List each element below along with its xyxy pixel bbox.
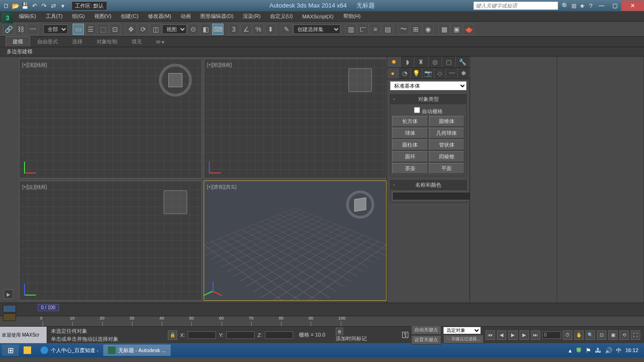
cone-button[interactable]: 圆锥体 [429, 116, 465, 127]
viewport-label[interactable]: [+][顶][线框] [22, 62, 47, 68]
box-button[interactable]: 长方体 [392, 116, 428, 127]
viewport-top[interactable]: [+][顶][线框] [19, 58, 202, 179]
pivot-icon[interactable]: ⊙ [188, 24, 199, 35]
snap-3d-icon[interactable]: 3 [228, 24, 239, 35]
move-tool-icon[interactable]: ✥ [125, 24, 137, 35]
menu-create[interactable]: 创建(C) [116, 11, 143, 21]
viewport-left[interactable]: [+][左][线框] [19, 181, 202, 301]
layers-icon[interactable]: ≡ [370, 24, 381, 35]
tray-clock[interactable]: 16:12 [625, 347, 638, 353]
systems-icon[interactable]: ✱ [458, 68, 470, 79]
maxscript-listener[interactable]: 欢迎使用 MAXScr [0, 327, 47, 343]
minimize-button[interactable]: — [595, 0, 608, 11]
help-search-input[interactable] [473, 1, 558, 10]
goto-start-icon[interactable]: ⏮ [486, 330, 495, 340]
tray-shield-icon[interactable]: ⛊ [576, 347, 582, 354]
menu-animation[interactable]: 动画 [176, 11, 196, 21]
pan-icon[interactable]: ✋ [574, 330, 584, 340]
menu-graph[interactable]: 图形编辑器(D) [196, 11, 238, 21]
manip-icon[interactable]: ◧ [200, 24, 211, 35]
ribbon-tab-populate[interactable]: 填充 [124, 36, 149, 47]
category-dropdown[interactable]: 标准基本体 [390, 81, 467, 90]
play-icon[interactable]: ▶ [508, 330, 518, 340]
next-frame-icon[interactable]: ▶ [520, 330, 529, 340]
angle-snap-icon[interactable]: ∠ [240, 24, 252, 35]
workspace-selector[interactable]: 工作区: 默认 [72, 1, 107, 10]
menu-views[interactable]: 视图(V) [90, 11, 116, 21]
key-lock-icon[interactable]: ⚿ [402, 331, 409, 339]
menu-group[interactable]: 组(G) [67, 11, 90, 21]
bind-tool-icon[interactable]: 〰 [27, 24, 39, 35]
object-name-input[interactable] [392, 192, 473, 200]
time-tag-icon[interactable]: ⊕ [336, 328, 343, 335]
spinner-snap-icon[interactable]: ⬍ [265, 24, 276, 35]
select-tool-icon[interactable]: ▭ [73, 24, 84, 35]
menu-modifiers[interactable]: 修改器(M) [143, 11, 176, 21]
spacewarps-icon[interactable]: 〰 [446, 68, 458, 79]
ribbon-tab-paint[interactable]: 对象绘制 [90, 36, 124, 47]
menu-edit[interactable]: 编辑(E) [14, 11, 41, 21]
time-config-icon[interactable]: ⏱ [563, 330, 572, 340]
tray-network-icon[interactable]: 🖧 [595, 347, 601, 354]
close-button[interactable]: ✕ [621, 0, 644, 11]
cameras-icon[interactable]: 📷 [422, 68, 434, 79]
view-cube-icon[interactable] [159, 64, 192, 97]
create-tab-icon[interactable]: ✹ [387, 57, 401, 67]
set-key-button[interactable]: 设置关键点 [411, 335, 441, 345]
save-icon[interactable]: 💾 [21, 1, 29, 10]
3dsmax-taskbar-item[interactable]: 无标题 - Autodesk ... [103, 345, 171, 356]
explorer-taskbar-icon[interactable] [19, 345, 36, 356]
view-cube-icon[interactable] [348, 68, 372, 92]
unlink-tool-icon[interactable]: ⛓ [15, 24, 26, 35]
zoom-region-icon[interactable]: ⊡ [597, 330, 606, 340]
torus-button[interactable]: 圆环 [392, 151, 428, 162]
mirror-icon[interactable]: ▥ [345, 24, 356, 35]
key-filters-button[interactable]: ∿ 关键点过滤器... [443, 335, 484, 344]
lock-icon[interactable]: 🔒 [168, 330, 177, 340]
start-button[interactable]: ⊞ [2, 345, 19, 356]
render-setup-icon[interactable]: ▦ [438, 24, 450, 35]
menu-customize[interactable]: 自定义(U) [265, 11, 297, 21]
material-icon[interactable]: ◉ [422, 24, 434, 35]
time-slider[interactable]: 0 / 100 [0, 303, 644, 316]
gutter-play-icon[interactable]: ▶ [4, 289, 13, 299]
ribbon-tab-modeling[interactable]: 建模 [6, 36, 30, 47]
prev-frame-icon[interactable]: ◀ [497, 330, 506, 340]
key-mode-dropdown[interactable]: 选定对象 [443, 327, 481, 334]
tray-volume-icon[interactable]: 🔊 [605, 347, 612, 354]
time-ruler[interactable]: 0 10 20 30 40 50 60 70 80 90 100 [0, 316, 644, 326]
menu-help[interactable]: 帮助(H) [339, 11, 365, 21]
zoom-icon[interactable]: 🔍 [586, 330, 595, 340]
rollout-name-color[interactable]: 名称和颜色 [390, 181, 466, 190]
sphere-button[interactable]: 球体 [392, 128, 428, 139]
select-region-icon[interactable]: ⬚ [97, 24, 108, 35]
selection-filter[interactable]: 全部 [43, 25, 68, 34]
redo-icon[interactable]: ↷ [40, 1, 48, 10]
view-cube-icon[interactable] [164, 190, 187, 214]
auto-grid-checkbox[interactable] [414, 107, 420, 113]
modify-tab-icon[interactable]: ◗ [401, 57, 414, 67]
goto-end-icon[interactable]: ⏭ [531, 330, 540, 340]
y-coord-input[interactable] [226, 331, 255, 339]
view-cube-icon[interactable] [346, 190, 374, 219]
plane-button[interactable]: 平面 [429, 163, 465, 174]
tube-button[interactable]: 管状体 [429, 140, 465, 150]
maximize-button[interactable]: ▢ [608, 0, 621, 11]
ribbon-tab-freeform[interactable]: 自由形式 [30, 36, 65, 47]
helpers-icon[interactable]: ◇ [434, 68, 446, 79]
tray-up-icon[interactable]: ▴ [569, 347, 572, 354]
hierarchy-tab-icon[interactable]: ♜ [414, 57, 428, 67]
orbit-icon[interactable]: ⟲ [619, 330, 629, 340]
viewport-front[interactable]: [+][前][线框] [204, 58, 387, 179]
keyboard-shortcut-icon[interactable]: ⌨ [212, 24, 223, 35]
maxview-icon[interactable]: ⛶ [631, 330, 640, 340]
zoom-extents-icon[interactable]: ▣ [608, 330, 618, 340]
rotate-tool-icon[interactable]: ⟳ [138, 24, 149, 35]
viewport-label[interactable]: [+][前][线框] [207, 62, 232, 68]
viewport-label[interactable]: [+][透视][真实] [207, 184, 237, 190]
help-icon[interactable]: ? [586, 1, 595, 10]
lights-icon[interactable]: 💡 [411, 68, 422, 79]
render-icon[interactable]: 🫖 [463, 24, 474, 35]
cylinder-button[interactable]: 圆柱体 [392, 140, 428, 150]
undo-icon[interactable]: ↶ [30, 1, 39, 10]
